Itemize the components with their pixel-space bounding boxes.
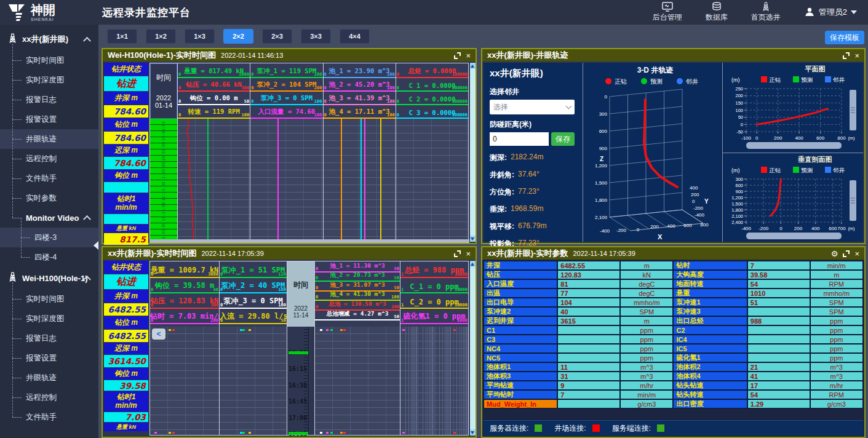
trajectory-3d-plot: 3-D 井轨迹正钻预测邻井03006009001,2001,5001,8002,… xyxy=(584,63,727,244)
status-label: 钻位 m xyxy=(104,118,148,131)
param-label: C1 xyxy=(484,325,557,335)
chevron-up-icon[interactable] xyxy=(83,37,91,45)
param-value: 17 xyxy=(747,381,810,390)
readout-label: 方位角: xyxy=(490,187,514,197)
nav-item-database[interactable]: 数据库 xyxy=(706,2,728,23)
horizontal-scrollbar[interactable] xyxy=(746,233,842,239)
sidebar-item-实时参数[interactable]: 实时参数 xyxy=(0,188,98,208)
chevron-up-icon[interactable] xyxy=(83,215,91,223)
panel-tr-titlebar: xx井(新井眼)-井眼轨迹 × xyxy=(482,49,864,62)
status-label: 井深 m xyxy=(104,290,148,303)
layout-button-1×3[interactable]: 1×3 xyxy=(185,29,215,44)
sidebar-well-1[interactable]: Wei-H100(Hole-1) xyxy=(0,267,98,289)
offset-well-select[interactable]: 选择 xyxy=(490,100,575,114)
sidebar-item-实时深度图[interactable]: 实时深度图 xyxy=(0,309,98,328)
expand-icon[interactable] xyxy=(843,250,850,257)
svg-text:800: 800 xyxy=(700,222,709,228)
scroll-down-icon[interactable] xyxy=(470,429,476,436)
sidebar-item-实时深度图[interactable]: 实时深度图 xyxy=(0,70,98,90)
sidebar-item-井眼轨迹[interactable]: 井眼轨迹 xyxy=(0,129,98,149)
sidebar-item-实时时间图[interactable]: 实时时间图 xyxy=(0,289,98,309)
layout-button-3×3[interactable]: 3×3 xyxy=(301,29,331,44)
svg-text:(m): (m) xyxy=(731,167,740,173)
save-template-button[interactable]: 保存模板 xyxy=(825,31,864,44)
time-axis-header: 时间202211-14 xyxy=(287,261,314,327)
close-icon[interactable]: × xyxy=(854,250,859,258)
layout-buttons: 1×11×21×32×22×33×34×4 xyxy=(98,29,370,44)
sidebar-item-井眼轨迹[interactable]: 井眼轨迹 xyxy=(0,368,98,388)
collapse-left-button[interactable]: < xyxy=(152,328,165,340)
readout-label: 测深: xyxy=(490,153,507,163)
layout-button-1×1[interactable]: 1×1 xyxy=(107,29,137,44)
sidebar-item-远程控制[interactable]: 远程控制 xyxy=(0,149,98,169)
sidebar-group-Monitor Video[interactable]: Monitor Video xyxy=(0,208,98,228)
user-name: 管理员2 xyxy=(819,7,847,18)
close-icon[interactable]: × xyxy=(854,52,859,60)
bl-vertical-scrollbar[interactable] xyxy=(470,261,476,436)
status-value: 6482.55 xyxy=(104,330,148,342)
param-unit: ppm xyxy=(810,344,863,353)
svg-text:250: 250 xyxy=(735,86,743,92)
sidebar-item-文件助手[interactable]: 文件助手 xyxy=(0,169,98,188)
svg-text:900: 900 xyxy=(599,146,608,151)
status-label: 钻井状态 xyxy=(104,63,148,76)
layout-button-4×4[interactable]: 4×4 xyxy=(340,29,370,44)
tl-horizontal-scrollbar[interactable] xyxy=(149,239,469,243)
sidebar-item-报警日志[interactable]: 报警日志 xyxy=(0,328,98,348)
svg-text:600: 600 xyxy=(683,223,692,228)
nav-item-admin-backend[interactable]: 后台管理 xyxy=(653,2,682,23)
readout-value: 1968.59m xyxy=(511,204,543,215)
expand-icon[interactable] xyxy=(843,52,850,59)
param-unit: ppm xyxy=(810,316,863,325)
sidebar-item-四楼-3[interactable]: 四楼-3 xyxy=(0,228,98,247)
status-label: 井深 m xyxy=(104,92,148,105)
sidebar-item-label: 四楼-4 xyxy=(34,252,57,263)
layout-button-2×2[interactable]: 2×2 xyxy=(223,29,253,44)
sidebar-item-报警设置[interactable]: 报警设置 xyxy=(0,348,98,368)
scroll-up-icon[interactable] xyxy=(470,261,476,267)
expand-icon[interactable] xyxy=(454,250,461,257)
distance-input[interactable] xyxy=(490,132,549,146)
scroll-down-icon[interactable] xyxy=(470,236,476,242)
layout-toolbar: 1×11×21×32×22×33×34×4 保存模板 xyxy=(98,25,868,48)
curve-header-C_3: 0C_3 = 0.0000100000 xyxy=(396,105,468,119)
sidebar-item-文件助手[interactable]: 文件助手 xyxy=(0,407,98,427)
nav-item-home-well-select[interactable]: 首页选井 xyxy=(751,2,781,23)
sidebar-item-报警日志[interactable]: 报警日志 xyxy=(0,90,98,110)
sidebar-item-label: 实时时间图 xyxy=(26,55,65,66)
param-label: 泵冲速3 xyxy=(673,307,747,316)
param-label: 平均钻时 xyxy=(484,390,557,399)
panel-tl-title: Wei-H100(Hole-1)-实时时间图 xyxy=(108,50,216,61)
tl-vertical-scrollbar[interactable] xyxy=(470,63,476,242)
curve-header-入流: 0入流 = 29.80 l/s50 xyxy=(220,309,287,324)
sidebar-item-实时时间图[interactable]: 实时时间图 xyxy=(0,50,98,70)
svg-text:400: 400 xyxy=(690,185,698,191)
param-value: 39.58 xyxy=(747,270,810,279)
svg-text:-200: -200 xyxy=(759,226,769,231)
svg-text:(m): (m) xyxy=(731,77,740,83)
param-value: 120.83 xyxy=(557,270,620,279)
save-distance-button[interactable]: 保存 xyxy=(551,132,575,146)
sidebar-collapse-handle[interactable] xyxy=(94,241,98,250)
param-label: 泵冲速1 xyxy=(673,298,747,307)
close-icon[interactable]: × xyxy=(466,250,471,258)
sidebar-item-远程控制[interactable]: 远程控制 xyxy=(0,388,98,407)
sidebar-item-label: 实时深度图 xyxy=(26,314,65,324)
close-icon[interactable]: × xyxy=(466,52,471,60)
horizontal-scrollbar[interactable] xyxy=(746,142,842,149)
svg-text:600: 600 xyxy=(599,129,608,134)
panel-br-datetime: 2022-11-14 17:05:39 xyxy=(573,250,635,257)
brand-logo: 神開 SHENKAI xyxy=(0,4,98,22)
expand-icon[interactable] xyxy=(454,52,461,59)
param-value: 7 xyxy=(557,390,620,399)
gear-icon[interactable]: ⚙ xyxy=(831,249,838,258)
user-menu[interactable]: 管理员2 xyxy=(804,6,857,19)
sidebar-item-报警设置[interactable]: 报警设置 xyxy=(0,110,98,129)
sidebar-item-四楼-4[interactable]: 四楼-4 xyxy=(0,247,98,267)
layout-button-2×3[interactable]: 2×3 xyxy=(262,29,292,44)
sidebar-well-0[interactable]: xx井(新井眼) xyxy=(0,28,98,50)
svg-text:0: 0 xyxy=(692,199,695,204)
scroll-up-icon[interactable] xyxy=(470,63,476,69)
curve-header-泵冲_3: 0泵冲_3 = 0 SPM100 xyxy=(220,293,287,309)
layout-button-1×2[interactable]: 1×2 xyxy=(146,29,176,44)
